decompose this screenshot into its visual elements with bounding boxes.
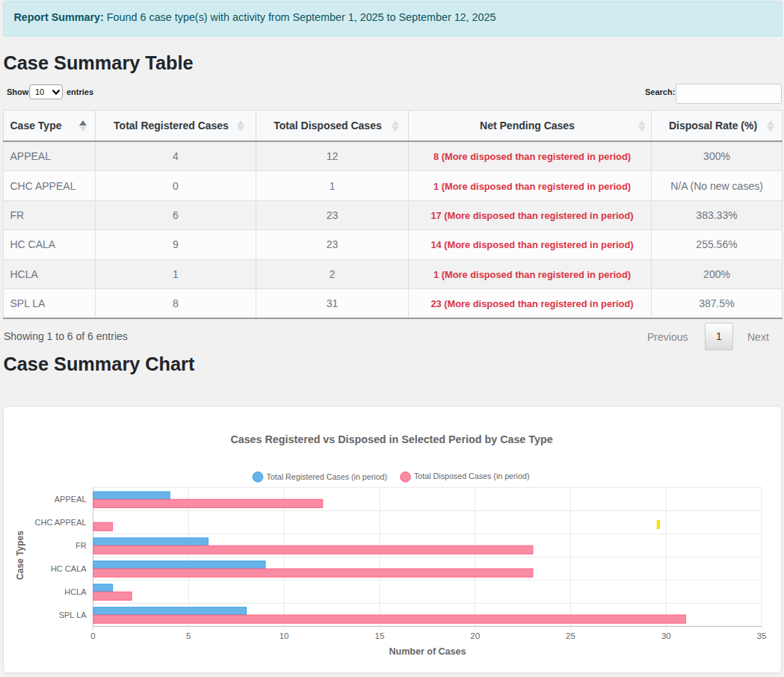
svg-text:35: 35: [757, 631, 767, 640]
svg-text:APPEAL: APPEAL: [55, 495, 87, 504]
svg-text:25: 25: [566, 631, 575, 640]
svg-text:FR: FR: [75, 541, 87, 550]
svg-text:20: 20: [470, 631, 480, 640]
svg-text:HCLA: HCLA: [64, 587, 87, 596]
svg-text:Number of Cases: Number of Cases: [389, 646, 466, 657]
svg-text:Total Registered Cases (in per: Total Registered Cases (in period): [267, 472, 388, 481]
svg-text:Cases Registered vs Disposed i: Cases Registered vs Disposed in Selected…: [230, 433, 552, 445]
svg-text:15: 15: [375, 631, 385, 640]
svg-text:Total Disposed Cases (in perio: Total Disposed Cases (in period): [414, 472, 529, 480]
svg-text:30: 30: [661, 631, 671, 640]
svg-text:0: 0: [90, 631, 95, 640]
svg-text:SPL LA: SPL LA: [59, 610, 87, 619]
svg-text:5: 5: [186, 631, 191, 640]
svg-text:CHC APPEAL: CHC APPEAL: [35, 518, 87, 527]
svg-text:HC CALA: HC CALA: [51, 564, 87, 573]
svg-text:Case Types: Case Types: [15, 531, 25, 580]
svg-text:10: 10: [280, 631, 289, 640]
